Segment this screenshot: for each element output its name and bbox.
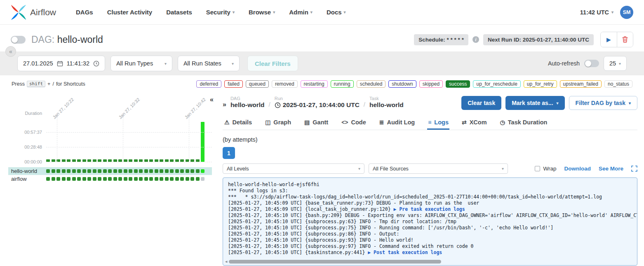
task-instance-cell[interactable] [113,169,117,173]
task-instance-cell[interactable] [67,169,71,173]
legend-up_for_reschedule[interactable]: up_for_reschedule [473,80,520,88]
task-instance-cell[interactable] [82,177,86,181]
fullscreen-icon[interactable] [631,166,637,172]
legend-restarting[interactable]: restarting [301,80,328,88]
schedule-info-icon[interactable]: i [472,36,479,43]
tab-graph[interactable]: ◫Graph [264,117,292,130]
tab-logs[interactable]: ≡Logs [427,117,449,130]
dag-pause-toggle[interactable] [11,36,26,44]
legend-running[interactable]: running [331,80,354,88]
task-instance-cell[interactable] [186,169,189,173]
legend-up_for_retry[interactable]: up_for_retry [524,80,557,88]
run-states-select[interactable]: All Run States ▾ [178,56,240,71]
log-levels-select[interactable]: All Levels ▾ [223,163,364,174]
nav-item-datasets[interactable]: Datasets [166,9,192,16]
delete-dag-button[interactable] [617,32,633,47]
task-label[interactable]: hello-world [8,168,46,174]
task-instance-cell[interactable] [186,177,189,181]
task-instance-cell[interactable] [82,169,86,173]
scrollbar-thumb[interactable] [229,260,441,264]
task-instance-cell[interactable] [52,177,55,181]
task-instance-cell[interactable] [129,169,132,173]
mark-state-button[interactable]: Mark state as... ▾ [505,96,564,110]
nav-item-browse[interactable]: Browse▾ [249,9,275,16]
task-instance-cell[interactable] [62,169,66,173]
tab-xcom[interactable]: ⇄XCom [461,117,488,130]
auto-refresh-toggle[interactable] [584,60,599,67]
legend-removed[interactable]: removed [272,80,298,88]
legend-failed[interactable]: failed [224,80,243,88]
task-instance-cell[interactable] [165,177,169,181]
task-instance-cell[interactable] [201,169,204,173]
log-group-toggle[interactable]: ▶ Pre task execution logs [394,206,465,212]
legend-deferred[interactable]: deferred [196,80,221,88]
task-instance-cell[interactable] [165,169,169,173]
task-instance-cell[interactable] [108,177,112,181]
task-instance-cell[interactable] [77,177,81,181]
task-instance-cell[interactable] [201,177,204,181]
wrap-toggle[interactable]: Wrap [535,166,556,172]
task-instance-cell[interactable] [87,169,91,173]
task-instance-cell[interactable] [160,177,163,181]
timezone-dropdown[interactable]: 11:42 UTC ▾ [580,9,613,16]
nav-item-dags[interactable]: DAGs [76,9,93,16]
tab-code[interactable]: <>Code [341,117,367,130]
log-group-toggle[interactable]: ▶ Post task execution logs [368,250,442,255]
task-instance-cell[interactable] [52,169,55,173]
task-instance-cell[interactable] [87,177,91,181]
task-instance-cell[interactable] [72,169,76,173]
task-instance-cell[interactable] [56,177,60,181]
collapse-filters-icon[interactable]: « [5,46,16,57]
task-instance-cell[interactable] [46,169,50,173]
scroll-left-icon[interactable]: ◀ [225,259,227,265]
task-instance-cell[interactable] [129,177,132,181]
tab-audit-log[interactable]: ≣Audit Log [378,117,416,130]
task-instance-cell[interactable] [190,169,194,173]
task-instance-cell[interactable] [139,177,143,181]
task-instance-cell[interactable] [62,177,66,181]
task-instance-cell[interactable] [196,177,200,181]
task-instance-cell[interactable] [190,177,194,181]
legend-no_status[interactable]: no_status [604,80,632,88]
task-instance-cell[interactable] [108,169,112,173]
page-size-select[interactable]: 25 ▾ [604,56,627,71]
wrap-checkbox[interactable] [535,166,540,171]
task-instance-cell[interactable] [72,177,76,181]
task-instance-cell[interactable] [46,177,50,181]
task-instance-cell[interactable] [103,169,107,173]
legend-upstream_failed[interactable]: upstream_failed [560,80,602,88]
legend-scheduled[interactable]: scheduled [357,80,386,88]
airflow-home-link[interactable]: Airflow [11,5,56,20]
breadcrumb-dag[interactable]: DAG hello-world [230,96,265,109]
task-instance-cell[interactable] [196,169,200,173]
task-instance-cell[interactable] [98,177,101,181]
nav-item-security[interactable]: Security▾ [206,9,235,16]
clear-task-button[interactable]: Clear task [461,96,501,110]
task-instance-cell[interactable] [175,169,179,173]
task-instance-cell[interactable] [124,177,127,181]
log-output[interactable]: hello-world-hello-world-ejsf6fhi*** Foun… [223,177,637,266]
see-more-link[interactable]: See More [599,166,623,172]
task-instance-cell[interactable] [149,169,153,173]
breadcrumb-task[interactable]: Task hello-world [369,96,404,109]
tab-gantt[interactable]: ▤Gantt [303,117,329,130]
file-sources-select[interactable]: All File Sources ▾ [369,163,508,174]
task-instance-cell[interactable] [149,177,153,181]
legend-skipped[interactable]: skipped [419,80,443,88]
legend-success[interactable]: success [446,80,470,88]
task-instance-cell[interactable] [56,169,60,173]
task-instance-cell[interactable] [155,177,158,181]
task-instance-cell[interactable] [103,177,107,181]
filter-dag-by-task-button[interactable]: Filter DAG by task ▾ [569,96,637,110]
task-instance-cell[interactable] [144,177,148,181]
run-datetime-picker[interactable]: 27.01.2025 11:41:32 [17,56,105,71]
tab-task-duration[interactable]: ◷Task Duration [499,117,548,130]
task-instance-cell[interactable] [98,169,101,173]
task-instance-cell[interactable] [67,177,71,181]
task-instance-cell[interactable] [93,177,96,181]
legend-queued[interactable]: queued [246,80,269,88]
task-instance-cell[interactable] [77,169,81,173]
expand-panel-icon[interactable]: » [223,97,226,108]
breadcrumb-run[interactable]: Run 2025-01-27, 10:44:00 UTC [275,96,360,109]
task-instance-cell[interactable] [144,169,148,173]
